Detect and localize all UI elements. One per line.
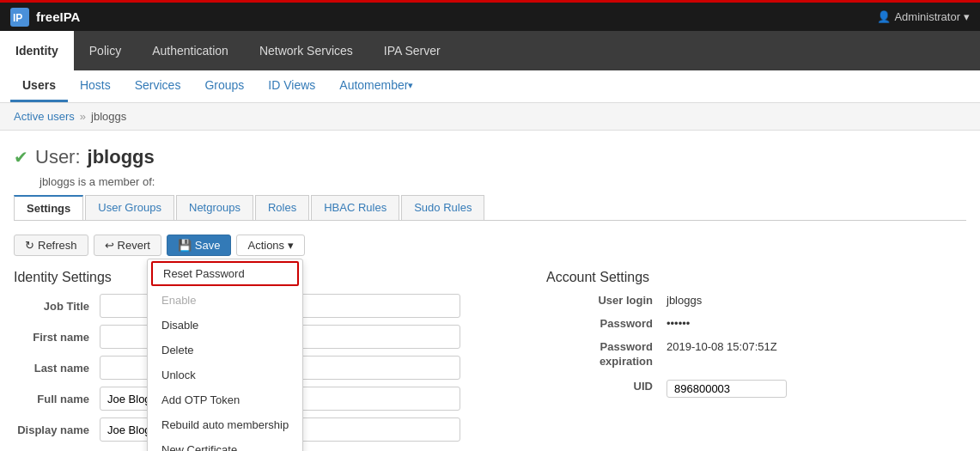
breadcrumb-current: jbloggs: [91, 110, 126, 123]
password-expiration-value: 2019-10-08 15:07:51Z: [667, 340, 777, 353]
subnav-groups[interactable]: Groups: [192, 70, 256, 102]
uid-value: [667, 380, 787, 398]
nav-policy[interactable]: Policy: [74, 31, 137, 70]
display-name-label: Display name: [14, 424, 100, 436]
breadcrumb-separator: »: [80, 110, 86, 123]
subnav-services[interactable]: Services: [123, 70, 193, 102]
svg-text:IP: IP: [13, 12, 22, 24]
subnav-users[interactable]: Users: [10, 70, 68, 102]
dropdown-disable[interactable]: Disable: [148, 313, 302, 338]
uid-input[interactable]: [667, 380, 787, 398]
first-name-label: First name: [14, 331, 100, 344]
user-login-value: jbloggs: [667, 294, 702, 307]
breadcrumb-parent[interactable]: Active users: [14, 110, 75, 123]
nav-authentication[interactable]: Authentication: [137, 31, 244, 70]
nav-ipa-server[interactable]: IPA Server: [368, 31, 456, 70]
subnav-automember[interactable]: Automember: [327, 70, 425, 102]
dropdown-rebuild-auto-membership[interactable]: Rebuild auto membership: [148, 412, 302, 437]
user-menu[interactable]: 👤 Administrator ▾: [877, 10, 970, 23]
user-label: User:: [35, 146, 81, 168]
freeipa-logo-icon: IP: [10, 8, 29, 27]
tab-underline: [14, 220, 966, 221]
actions-button[interactable]: Actions ▾: [236, 235, 305, 256]
toolbar: ↻ Refresh ↩ Revert 💾 Save Actions ▾ Rese…: [14, 228, 966, 263]
user-heading: ✔ User: jbloggs: [14, 139, 966, 172]
tab-netgroups[interactable]: Netgroups: [176, 195, 253, 220]
refresh-button[interactable]: ↻ Refresh: [14, 235, 88, 256]
uid-label: UID: [546, 380, 667, 393]
save-icon: 💾: [178, 239, 192, 252]
uid-row: UID: [546, 380, 966, 398]
nav-identity[interactable]: Identity: [0, 31, 74, 70]
sub-nav: Users Hosts Services Groups ID Views Aut…: [0, 70, 980, 103]
username-label: Administrator: [894, 10, 960, 23]
tab-sudo-rules[interactable]: Sudo Rules: [401, 195, 484, 220]
tab-roles[interactable]: Roles: [255, 195, 309, 220]
brand: IP freeIPA: [10, 8, 80, 27]
account-settings-title: Account Settings: [546, 270, 966, 285]
refresh-icon: ↻: [25, 239, 34, 252]
dropdown-reset-password[interactable]: Reset Password: [151, 261, 299, 286]
nav-network-services[interactable]: Network Services: [244, 31, 368, 70]
page-content: ✔ User: jbloggs jbloggs is a member of: …: [0, 130, 980, 451]
breadcrumb: Active users » jbloggs: [0, 103, 980, 130]
main-nav: Identity Policy Authentication Network S…: [0, 31, 980, 70]
dropdown-new-certificate[interactable]: New Certificate: [148, 437, 302, 451]
subnav-hosts[interactable]: Hosts: [68, 70, 123, 102]
user-login-label: User login: [546, 294, 667, 307]
last-name-label: Last name: [14, 362, 100, 375]
dropdown-add-otp-token[interactable]: Add OTP Token: [148, 387, 302, 412]
password-row: Password ••••••: [546, 317, 966, 330]
account-settings-table: User login jbloggs Password •••••• Passw…: [546, 294, 966, 398]
tab-settings[interactable]: Settings: [14, 195, 83, 220]
job-title-label: Job Title: [14, 300, 100, 313]
member-of-text: jbloggs is a member of:: [14, 175, 966, 188]
actions-dropdown-icon: ▾: [288, 239, 294, 252]
dropdown-delete[interactable]: Delete: [148, 338, 302, 363]
account-settings-panel: Account Settings User login jbloggs Pass…: [512, 266, 966, 448]
top-bar: IP freeIPA 👤 Administrator ▾: [0, 0, 980, 31]
password-expiration-row: Password expiration 2019-10-08 15:07:51Z: [546, 340, 966, 369]
user-username: jbloggs: [88, 146, 155, 168]
dropdown-unlock[interactable]: Unlock: [148, 363, 302, 387]
password-expiration-label: Password expiration: [546, 340, 667, 369]
subnav-idviews[interactable]: ID Views: [256, 70, 327, 102]
user-icon: 👤: [877, 10, 891, 23]
brand-name: freeIPA: [36, 9, 80, 24]
tabs-container: Settings User Groups Netgroups Roles HBA…: [14, 195, 966, 220]
actions-dropdown-menu: Reset Password Enable Disable Delete Unl…: [147, 259, 303, 451]
user-login-row: User login jbloggs: [546, 294, 966, 307]
tab-user-groups[interactable]: User Groups: [85, 195, 174, 220]
revert-button[interactable]: ↩ Revert: [94, 235, 161, 256]
user-dropdown-icon: ▾: [964, 10, 970, 23]
full-name-label: Full name: [14, 393, 100, 405]
password-label: Password: [546, 317, 667, 330]
save-button[interactable]: 💾 Save: [167, 235, 232, 256]
dropdown-enable: Enable: [148, 288, 302, 313]
revert-icon: ↩: [105, 239, 114, 252]
user-check-icon: ✔: [14, 147, 28, 168]
tab-hbac-rules[interactable]: HBAC Rules: [311, 195, 399, 220]
password-value: ••••••: [667, 317, 690, 330]
